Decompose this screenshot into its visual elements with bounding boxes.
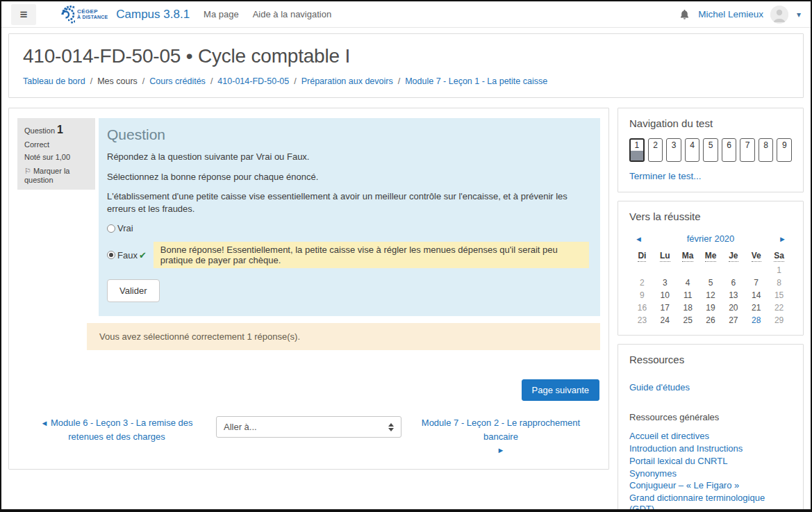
page-suivante-button[interactable]: Page suivante — [522, 379, 599, 401]
menu-icon[interactable]: ≡ — [11, 4, 36, 25]
calendar-day: 13 — [722, 290, 745, 300]
calendar-block: Vers la réussite ◄ février 2020 ► Di Lu … — [618, 201, 804, 336]
breadcrumb-preparation-devoirs[interactable]: Préparation aux devoirs — [301, 76, 393, 86]
quiz-nav-question-2[interactable]: 2 — [648, 138, 663, 162]
quiz-navigation-title: Navigation du test — [629, 117, 792, 129]
calendar-day: 21 — [745, 303, 768, 313]
quiz-nav-question-8[interactable]: 8 — [759, 138, 774, 162]
answered-fill — [631, 151, 643, 160]
breadcrumb-mes-cours: Mes cours — [97, 76, 138, 86]
calendar-day: 24 — [654, 315, 677, 325]
resource-link-introduction[interactable]: Introduction and Instructions — [629, 443, 792, 454]
select-updown-icon — [388, 423, 394, 431]
result-message-box: Vous avez sélectionné correctement 1 rép… — [87, 323, 600, 350]
calendar-day: 7 — [745, 278, 768, 288]
calendar-day: 23 — [631, 315, 654, 325]
breadcrumb: Tableau de bord/Mes cours/Cours crédités… — [23, 76, 789, 86]
question-instruction-2: Sélectionnez la bonne réponse pour chaqu… — [107, 171, 589, 183]
quiz-nav-question-9[interactable]: 9 — [777, 138, 792, 162]
question-number: 1 — [57, 124, 63, 135]
user-name-link[interactable]: Michel Lemieux — [698, 9, 763, 19]
breadcrumb-cours-credites[interactable]: Cours crédités — [149, 76, 206, 86]
correct-check-icon: ✔ — [139, 250, 147, 261]
question-grade: Noté sur 1,00 — [24, 153, 88, 161]
quiz-nav-question-3[interactable]: 3 — [666, 138, 681, 162]
quiz-navigation-block: Navigation du test 1 2 3 4 5 6 7 8 9 Ter… — [618, 108, 804, 192]
question-heading: Question — [107, 126, 589, 143]
calendar-day: 12 — [699, 290, 722, 300]
top-navbar: ≡ CÉGEP À DISTANCE Campus 3.8.1 Ma page … — [1, 1, 811, 28]
finish-test-link[interactable]: Terminer le test... — [629, 171, 702, 181]
quiz-nav-question-6[interactable]: 6 — [722, 138, 737, 162]
next-activity-link[interactable]: Module 7 - Leçon 2 - Le rapprochement ba… — [410, 416, 592, 456]
radio-faux[interactable] — [107, 251, 115, 259]
calendar-day: 11 — [677, 290, 699, 300]
calendar-day: 18 — [677, 303, 699, 313]
calendar-day — [745, 265, 768, 275]
calendar-day: 2 — [631, 278, 654, 288]
breadcrumb-tableau-de-bord[interactable]: Tableau de bord — [23, 76, 85, 86]
jump-to-select[interactable]: Aller à... — [216, 416, 401, 438]
calendar-grid: Di Lu Ma Me Je Ve Sa — [631, 251, 790, 325]
calendar-day: 8 — [768, 278, 790, 288]
quiz-nav-question-1[interactable]: 1 — [629, 138, 645, 162]
calendar-day — [722, 265, 745, 275]
calendar-day: 22 — [768, 303, 790, 313]
calendar-day: 9 — [631, 290, 654, 300]
calendar-prev-month-icon[interactable]: ◄ — [635, 235, 643, 243]
cegep-logo[interactable]: CÉGEP À DISTANCE — [50, 5, 108, 24]
previous-activity-link[interactable]: ◄ Module 6 - Leçon 3 - La remise des ret… — [26, 416, 208, 443]
answer-option-faux[interactable]: Faux ✔ Bonne réponse! Essentiellement, l… — [107, 242, 589, 268]
avatar[interactable] — [770, 6, 788, 24]
notifications-bell-icon[interactable] — [679, 9, 690, 20]
resource-link-accueil[interactable]: Accueil et directives — [629, 431, 792, 442]
breadcrumb-course-code[interactable]: 410-014-FD-50-05 — [217, 76, 289, 86]
calendar-block-title: Vers la réussite — [629, 210, 792, 222]
resource-link-conjugueur[interactable]: Conjugueur – « Le Figaro » — [629, 480, 792, 491]
resource-link-gdt[interactable]: Grand dictionnaire terminologique (GDT) — [629, 493, 792, 512]
calendar-day: 6 — [722, 278, 745, 288]
nav-link-ma-page[interactable]: Ma page — [204, 9, 239, 19]
question-info-box: Question 1 Correct Noté sur 1,00 ⚐Marque… — [17, 118, 95, 190]
answer-option-vrai[interactable]: Vrai — [107, 223, 589, 233]
question-status: Correct — [24, 140, 88, 149]
page-header: 410-014-FD-50-05 • Cycle comptable I Tab… — [8, 33, 804, 98]
calendar-day: 25 — [677, 315, 699, 325]
quiz-nav-question-7[interactable]: 7 — [740, 138, 755, 162]
calendar-day: 15 — [768, 290, 790, 300]
radio-vrai[interactable] — [107, 224, 115, 233]
next-arrow-icon: ► — [410, 445, 592, 456]
app-window: ≡ CÉGEP À DISTANCE Campus 3.8.1 Ma page … — [0, 0, 812, 512]
nav-link-aide-navigation[interactable]: Aide à la navigation — [253, 9, 331, 19]
question-instruction-1: Répondez à la question suivante par Vrai… — [107, 151, 589, 163]
guide-etudes-link[interactable]: Guide d'études — [629, 382, 690, 393]
resources-links: Accueil et directives Introduction and I… — [629, 431, 792, 512]
flag-question-link[interactable]: ⚐Marquer la question — [24, 167, 88, 184]
resources-block: Ressources Guide d'études Ressources gén… — [618, 344, 804, 512]
calendar-day — [699, 265, 722, 275]
valider-button[interactable]: Valider — [107, 279, 160, 302]
quiz-question-boxes: 1 2 3 4 5 6 7 8 9 — [629, 138, 792, 162]
calendar-day: 1 — [768, 265, 790, 275]
calendar-day: 29 — [768, 315, 790, 325]
resource-link-synonymes[interactable]: Synonymes — [629, 468, 792, 479]
quiz-nav-question-4[interactable]: 4 — [685, 138, 700, 162]
calendar-day: 5 — [699, 278, 722, 288]
resources-title: Ressources — [629, 354, 792, 365]
resource-link-cnrtl[interactable]: Portail lexical du CNRTL — [629, 456, 792, 467]
calendar-day: 14 — [745, 290, 768, 300]
calendar-day: 16 — [631, 303, 654, 313]
site-name-link[interactable]: Campus 3.8.1 — [116, 8, 190, 22]
calendar-day: 3 — [654, 278, 677, 288]
calendar-next-month-icon[interactable]: ► — [779, 235, 786, 243]
breadcrumb-module-lecon[interactable]: Module 7 - Leçon 1 - La petite caisse — [405, 76, 547, 86]
question-content-area: Question Répondez à la question suivante… — [99, 118, 600, 316]
calendar-month-label: février 2020 — [687, 233, 735, 244]
calendar-day: 4 — [677, 278, 699, 288]
resources-general-title: Ressources générales — [629, 412, 792, 422]
user-menu-caret-icon[interactable]: ▾ — [797, 10, 801, 19]
quiz-nav-question-5[interactable]: 5 — [703, 138, 718, 162]
calendar-day: 10 — [654, 290, 677, 300]
calendar-day-event-28[interactable]: 28 — [745, 315, 768, 325]
question-statement: L'établissement d'une petite caisse vise… — [107, 190, 589, 215]
